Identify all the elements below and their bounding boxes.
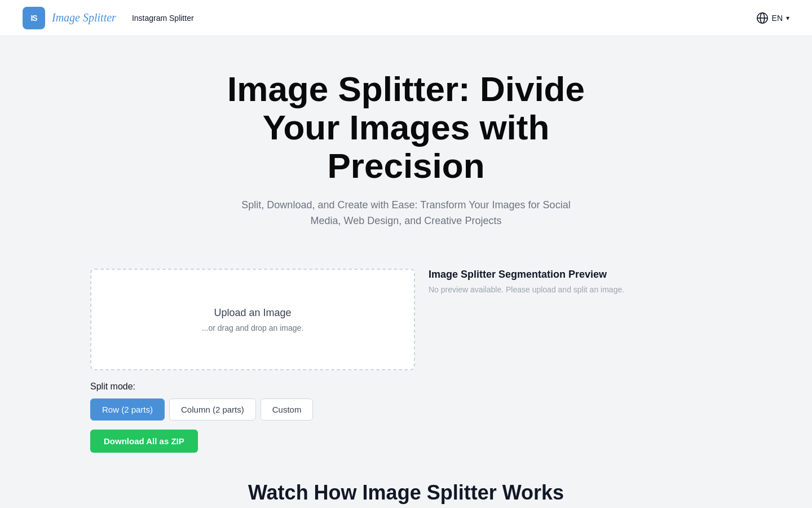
hero-title: Image Splitter: Divide Your Images with …: [186, 70, 626, 186]
preview-empty-text: No preview available. Please upload and …: [429, 285, 722, 294]
split-mode-label: Split mode:: [90, 382, 722, 392]
upload-subtitle: ...or drag and drop an image.: [202, 323, 304, 332]
upload-panel: Upload an Image ...or drag and drop an i…: [90, 269, 415, 370]
language-label: EN: [772, 14, 783, 23]
mode-buttons: Row (2 parts) Column (2 parts) Custom: [90, 398, 722, 421]
navbar-left: IS Image Splitter Instagram Splitter: [23, 7, 194, 29]
mode-custom-button[interactable]: Custom: [261, 398, 314, 421]
language-selector[interactable]: EN ▾: [756, 12, 789, 24]
logo-text: Image Splitter: [52, 11, 116, 24]
upload-title: Upload an Image: [214, 307, 291, 319]
navbar: IS Image Splitter Instagram Splitter EN …: [0, 0, 812, 36]
upload-dropzone[interactable]: Upload an Image ...or drag and drop an i…: [90, 269, 415, 370]
hero-section: Image Splitter: Divide Your Images with …: [0, 36, 812, 252]
globe-icon: [756, 12, 769, 24]
preview-title: Image Splitter Segmentation Preview: [429, 269, 722, 281]
instagram-splitter-link[interactable]: Instagram Splitter: [132, 14, 194, 23]
chevron-down-icon: ▾: [786, 14, 789, 22]
tool-area: Upload an Image ...or drag and drop an i…: [68, 269, 744, 370]
mode-row-button[interactable]: Row (2 parts): [90, 398, 165, 421]
video-section: Watch How Image Splitter Works Create Pe…: [68, 481, 744, 508]
mode-column-button[interactable]: Column (2 parts): [169, 398, 256, 421]
preview-panel: Image Splitter Segmentation Preview No p…: [429, 269, 722, 294]
hero-subtitle: Split, Download, and Create with Ease: T…: [226, 197, 586, 230]
controls-section: Split mode: Row (2 parts) Column (2 part…: [68, 382, 744, 453]
download-zip-button[interactable]: Download All as ZIP: [90, 430, 198, 453]
video-section-title: Watch How Image Splitter Works: [90, 481, 722, 505]
logo-icon: IS: [23, 7, 45, 29]
